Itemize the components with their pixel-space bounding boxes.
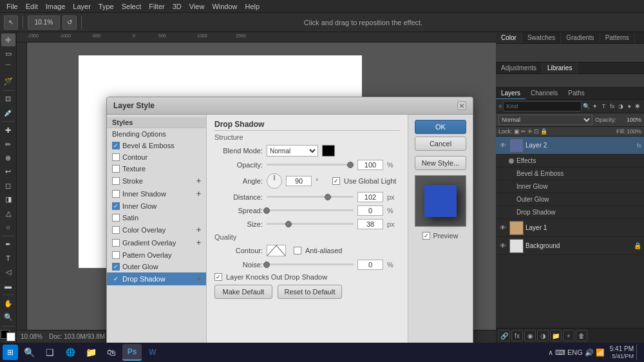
lock-all-icon[interactable]: 🔒 <box>540 128 547 135</box>
layer-link-btn[interactable]: 🔗 <box>498 330 510 341</box>
style-item-color-overlay[interactable]: Color Overlay+ <box>107 224 206 236</box>
blend-mode-select[interactable]: Normal <box>498 115 592 125</box>
layer-mode-filter[interactable]: ◑ <box>617 101 624 111</box>
tool-brush[interactable]: ✏ <box>1 138 15 151</box>
tool-eraser[interactable]: ◻ <box>1 179 15 192</box>
tab-patterns[interactable]: Patterns <box>600 32 635 43</box>
style-item-contour[interactable]: Contour <box>107 151 206 163</box>
menu-window[interactable]: Window <box>208 0 241 12</box>
menu-select[interactable]: Select <box>118 0 146 12</box>
style-item-pattern-overlay[interactable]: Pattern Overlay <box>107 249 206 261</box>
menu-layer[interactable]: Layer <box>69 0 95 12</box>
tool-arrow-btn[interactable]: ↖ <box>4 15 18 30</box>
style-item-outer-glow[interactable]: ✓Outer Glow <box>107 261 206 272</box>
rotate-btn[interactable]: ↺ <box>62 15 77 30</box>
style-checkbox-texture[interactable] <box>112 165 120 173</box>
menu-image[interactable]: Image <box>42 0 70 12</box>
menu-file[interactable]: File <box>3 0 22 12</box>
show-desktop-btn[interactable] <box>636 344 641 361</box>
reset-to-default-btn[interactable]: Reset to Default <box>278 285 342 299</box>
layer-item-layer2[interactable]: 👁 Layer 2 fx <box>496 137 644 155</box>
taskbar-edge[interactable]: 🌐 <box>61 344 80 361</box>
tab-gradients[interactable]: Gradients <box>561 32 600 43</box>
style-checkbox-color-overlay[interactable] <box>112 226 120 234</box>
tab-layers[interactable]: Layers <box>496 88 526 99</box>
layer-style-dialog[interactable]: Layer Style ✕ Styles Blending Options ✓B… <box>106 97 473 354</box>
layers-search-input[interactable] <box>503 101 582 111</box>
style-checkbox-outer-glow[interactable]: ✓ <box>112 263 120 271</box>
dialog-ok-btn[interactable]: OK <box>415 120 466 134</box>
menu-view[interactable]: View <box>185 0 209 12</box>
tool-crop[interactable]: ⊡ <box>1 93 15 106</box>
layer-knocks-checkbox[interactable]: ✓ <box>214 273 222 281</box>
tab-color[interactable]: Color <box>496 32 522 43</box>
dialog-close-btn[interactable]: ✕ <box>457 101 466 110</box>
style-item-inner-glow[interactable]: ✓Inner Glow <box>107 200 206 212</box>
layer-color-filter[interactable]: ● <box>626 101 633 111</box>
tool-zoom[interactable]: 🔍 <box>1 311 15 324</box>
layer-item-background[interactable]: 👁 Background 🔒 <box>496 237 644 255</box>
sub-layer-bevel[interactable]: Bevel & Emboss <box>496 167 644 180</box>
lock-artboard-icon[interactable]: ⊡ <box>534 128 539 135</box>
tab-channels[interactable]: Channels <box>526 88 563 99</box>
style-item-bevel-&-emboss[interactable]: ✓Bevel & Emboss <box>107 140 206 151</box>
style-checkbox-satin[interactable] <box>112 214 120 222</box>
menu-help[interactable]: Help <box>242 0 264 12</box>
style-checkbox-inner-shadow[interactable] <box>112 190 120 198</box>
menu-3d[interactable]: 3D <box>169 0 185 12</box>
style-item-texture[interactable]: Texture <box>107 163 206 175</box>
style-add-btn[interactable]: + <box>196 189 201 198</box>
taskbar-volume[interactable]: 🔊 <box>585 348 594 357</box>
layer-visibility-background[interactable]: 👁 <box>498 242 507 251</box>
tool-hand[interactable]: ✋ <box>1 297 15 310</box>
size-input[interactable] <box>357 219 383 229</box>
noise-input[interactable] <box>357 260 383 270</box>
spread-slider-thumb[interactable] <box>263 207 270 214</box>
layer-effect-filter[interactable]: fx <box>609 101 616 111</box>
sub-layer-drop-shadow[interactable]: Drop Shadow <box>496 206 644 219</box>
style-item-gradient-overlay[interactable]: Gradient Overlay+ <box>107 236 206 249</box>
layer-visibility-layer1[interactable]: 👁 <box>498 224 507 233</box>
anti-aliased-checkbox[interactable] <box>294 247 301 254</box>
style-checkbox-drop-shadow[interactable]: ✓ <box>112 275 120 283</box>
lock-position-icon[interactable]: ✛ <box>527 128 533 135</box>
tool-blur[interactable]: △ <box>1 207 15 220</box>
tab-adjustments[interactable]: Adjustments <box>496 62 542 73</box>
global-light-checkbox[interactable]: ✓ <box>332 177 340 185</box>
new-style-btn[interactable]: New Style... <box>415 156 466 170</box>
taskbar-photoshop[interactable]: Ps <box>122 344 142 361</box>
style-checkbox-contour[interactable] <box>112 153 120 161</box>
layer-add-style-btn[interactable]: fx <box>511 330 523 341</box>
layer-icon-filter[interactable]: ✦ <box>592 101 599 111</box>
taskbar-word[interactable]: W <box>143 344 162 361</box>
noise-slider-thumb[interactable] <box>263 262 270 268</box>
make-default-btn[interactable]: Make Default <box>214 285 272 299</box>
layer-delete-btn[interactable]: 🗑 <box>576 330 587 341</box>
taskbar-chevron[interactable]: ∧ <box>548 348 553 357</box>
style-checkbox-gradient-overlay[interactable] <box>112 239 120 247</box>
tab-paths[interactable]: Paths <box>563 88 590 99</box>
tab-swatches[interactable]: Swatches <box>522 32 561 43</box>
size-slider-thumb[interactable] <box>285 221 292 227</box>
taskbar-taskview[interactable]: ❑ <box>40 344 59 361</box>
sub-layer-effects[interactable]: Effects <box>496 155 644 167</box>
style-add-btn[interactable]: + <box>196 176 201 186</box>
start-button[interactable]: ⊞ <box>3 345 18 360</box>
opacity-slider-thumb[interactable] <box>347 162 354 168</box>
sub-layer-outer-glow[interactable]: Outer Glow <box>496 193 644 206</box>
taskbar-lang[interactable]: ENG <box>567 348 583 356</box>
tool-marquee[interactable]: ▭ <box>1 47 15 60</box>
taskbar-explorer[interactable]: 📁 <box>81 344 100 361</box>
taskbar-store[interactable]: 🛍 <box>102 344 121 361</box>
taskbar-keyboard[interactable]: ⌨ <box>555 348 565 357</box>
style-add-btn[interactable]: + <box>196 274 201 283</box>
preview-checkbox[interactable]: ✓ <box>422 232 430 240</box>
angle-dial[interactable] <box>267 173 282 189</box>
tool-shape[interactable]: ▬ <box>1 280 15 292</box>
opacity-input[interactable] <box>357 160 383 170</box>
contour-preview[interactable] <box>267 245 286 256</box>
style-checkbox-inner-glow[interactable]: ✓ <box>112 202 120 210</box>
style-add-btn[interactable]: + <box>196 238 201 247</box>
tab-libraries[interactable]: Libraries <box>542 62 578 73</box>
tool-dodge[interactable]: ○ <box>1 220 15 233</box>
